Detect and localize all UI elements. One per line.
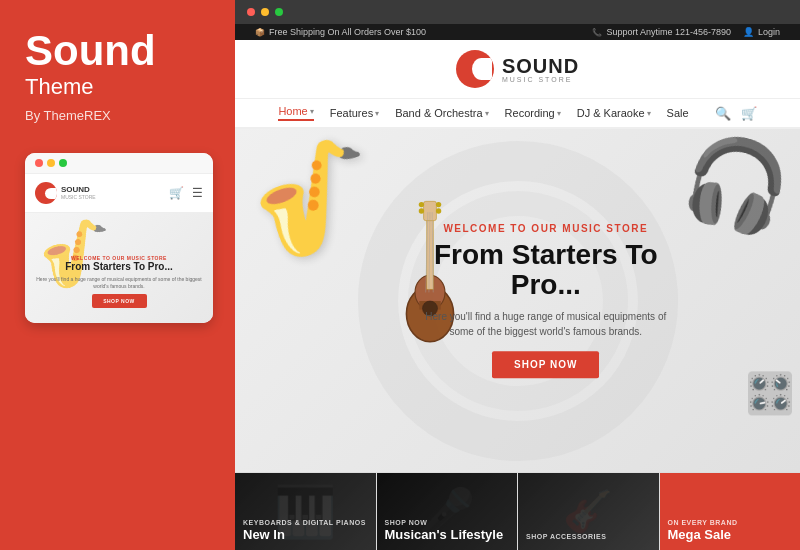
shipping-text: Free Shipping On All Orders Over $100: [269, 27, 426, 37]
nav-item-dj[interactable]: DJ & Karaoke ▾: [577, 107, 651, 119]
hero-dj-icon: 🎛️: [745, 370, 795, 417]
cat-overlay-lifestyle: Shop Now Musican's Lifestyle: [377, 473, 518, 550]
svg-point-7: [419, 208, 424, 213]
nav-arrow-features: ▾: [375, 109, 379, 118]
hero-welcome: WELCOME TO OUR MUSIC STORE: [405, 223, 688, 234]
browser-dot-red: [247, 8, 255, 16]
browser-dot-green: [275, 8, 283, 16]
browser-dot-yellow: [261, 8, 269, 16]
dot-red: [35, 159, 43, 167]
mobile-logo-text: SOUND MUSIC STORE: [61, 186, 96, 201]
cat-title-lifestyle: Musican's Lifestyle: [385, 528, 510, 542]
mobile-browser-bar: [25, 153, 213, 174]
nav-item-recording[interactable]: Recording ▾: [505, 107, 561, 119]
hero-heading: From Starters To Pro...: [405, 240, 688, 302]
mobile-logo: SOUND MUSIC STORE: [35, 182, 96, 204]
site-logo-text: SOUND MUSIC STORE: [502, 56, 579, 83]
by-themerex: By ThemeREX: [25, 108, 210, 123]
cat-badge-piano: Keyboards & Digital Pianos: [243, 519, 368, 526]
brand-title: Sound: [25, 30, 210, 72]
site-header: SOUND MUSIC STORE: [235, 40, 800, 99]
svg-point-5: [419, 201, 424, 206]
cat-badge-sale: On Every Brand: [668, 519, 793, 526]
category-row: 🎹 Keyboards & Digital Pianos New In 🎤 Sh…: [235, 472, 800, 550]
cat-title-piano: New In: [243, 528, 368, 542]
dot-green: [59, 159, 67, 167]
shipping-icon: 📦: [255, 28, 265, 37]
mobile-nav: SOUND MUSIC STORE 🛒 ☰: [25, 174, 213, 213]
nav-item-sale[interactable]: Sale: [667, 107, 689, 119]
cart-icon[interactable]: 🛒: [741, 106, 757, 121]
nav-arrow-recording: ▾: [557, 109, 561, 118]
category-tile-accessories[interactable]: 🎸 Shop Accessories: [518, 473, 660, 550]
user-icon: 👤: [743, 27, 754, 37]
left-panel: Sound Theme By ThemeREX SOUND MUSIC STOR…: [0, 0, 235, 550]
phone-icon: 📞: [592, 28, 602, 37]
category-tile-piano[interactable]: 🎹 Keyboards & Digital Pianos New In: [235, 473, 377, 550]
nav-arrow-home: ▾: [310, 107, 314, 116]
nav-icons: 🔍 🛒: [715, 106, 757, 121]
support-text: Support Anytime 121-456-7890: [606, 27, 731, 37]
mobile-hero-text: WELCOME TO OUR MUSIC STORE From Starters…: [33, 255, 205, 313]
site-top-bar: 📦 Free Shipping On All Orders Over $100 …: [235, 24, 800, 40]
nav-item-features[interactable]: Features ▾: [330, 107, 379, 119]
cart-icon[interactable]: 🛒: [169, 186, 184, 200]
cat-overlay-accessories: Shop Accessories: [518, 473, 659, 550]
hero-headphones-icon: 🎧: [673, 129, 800, 246]
shop-now-button[interactable]: SHOP NOW: [492, 351, 599, 378]
dot-yellow: [47, 159, 55, 167]
login-link[interactable]: Login: [758, 27, 780, 37]
cat-badge-lifestyle: Shop Now: [385, 519, 510, 526]
site-logo-circle: [456, 50, 494, 88]
category-tile-sale[interactable]: On Every Brand Mega Sale: [660, 473, 801, 550]
mobile-logo-circle: [35, 182, 57, 204]
category-tile-lifestyle[interactable]: 🎤 Shop Now Musican's Lifestyle: [377, 473, 519, 550]
hero-description: Here you'll find a huge range of musical…: [416, 309, 676, 339]
mobile-hero: 🎷 WELCOME TO OUR MUSIC STORE From Starte…: [25, 213, 213, 323]
nav-item-home[interactable]: Home ▾: [278, 105, 313, 121]
cat-badge-accessories: Shop Accessories: [526, 533, 651, 540]
menu-icon[interactable]: ☰: [192, 186, 203, 200]
search-icon[interactable]: 🔍: [715, 106, 731, 121]
cat-overlay-sale: On Every Brand Mega Sale: [660, 473, 801, 550]
mobile-nav-icons: 🛒 ☰: [169, 186, 203, 200]
svg-point-8: [436, 208, 441, 213]
site-logo[interactable]: SOUND MUSIC STORE: [456, 50, 579, 88]
cat-overlay-piano: Keyboards & Digital Pianos New In: [235, 473, 376, 550]
cat-title-sale: Mega Sale: [668, 528, 793, 542]
right-panel: 📦 Free Shipping On All Orders Over $100 …: [235, 0, 800, 550]
hero-section: 🎷: [235, 129, 800, 472]
nav-item-band[interactable]: Band & Orchestra ▾: [395, 107, 488, 119]
theme-label: Theme: [25, 74, 210, 100]
mobile-shop-button[interactable]: SHOP NOW: [92, 294, 147, 308]
nav-arrow-band: ▾: [485, 109, 489, 118]
mobile-preview: SOUND MUSIC STORE 🛒 ☰ 🎷 WELCOME TO OUR M…: [25, 153, 213, 323]
top-bar-left: 📦 Free Shipping On All Orders Over $100: [255, 27, 426, 37]
nav-arrow-dj: ▾: [647, 109, 651, 118]
svg-point-6: [436, 201, 441, 206]
site-nav: Home ▾ Features ▾ Band & Orchestra ▾ Rec…: [235, 99, 800, 129]
top-bar-right: 📞 Support Anytime 121-456-7890 👤 Login: [592, 27, 780, 37]
browser-chrome: [235, 0, 800, 24]
hero-content: WELCOME TO OUR MUSIC STORE From Starters…: [405, 223, 688, 379]
